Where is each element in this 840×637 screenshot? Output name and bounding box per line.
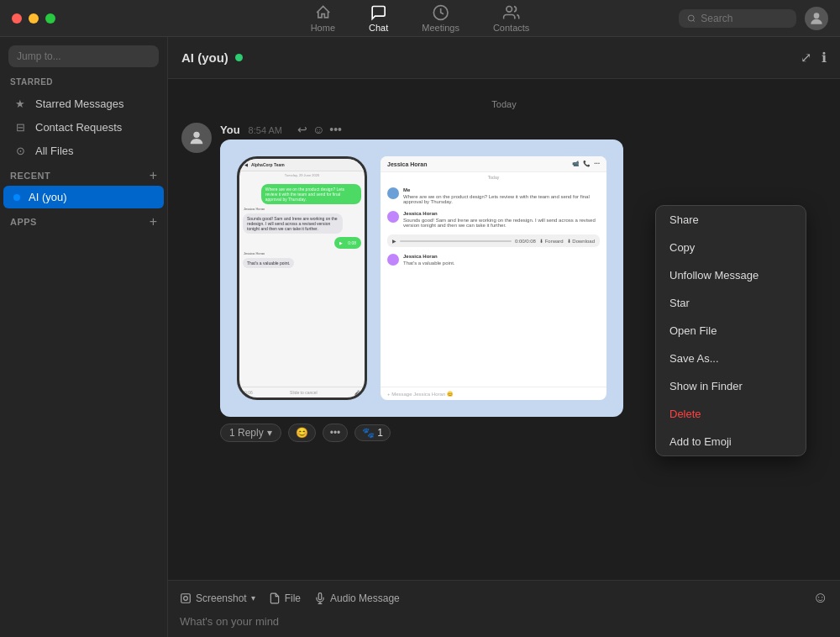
tab-home[interactable]: Home [294,1,352,36]
phone-voice-msg: ▶0:08 [334,237,361,249]
desktop-msg-text-1: Where are we on the product design? Lets… [403,194,600,204]
sidebar-item-starred-messages[interactable]: ★ Starred Messages [3,92,164,115]
minimize-button[interactable] [29,13,39,24]
phone-msg-received-1: Sounds good! Sam and Irene are working o… [243,213,343,234]
chat-title: AI (you) [181,50,243,65]
desktop-preview: Jessica Horan 📹📞⋯ Today Me [381,156,606,400]
star-icon: ★ [13,97,27,110]
phone-sender-label: Jessica Horan [239,206,365,212]
more-actions-button[interactable]: ••• [323,424,349,442]
search-input[interactable] [701,13,788,24]
phone-messages: Where are we on the product design? Lets… [239,179,365,387]
context-menu-unfollow[interactable]: Unfollow Message [656,261,806,289]
sidebar: STARRED ★ Starred Messages ⊟ Contact Req… [0,37,168,637]
info-icon[interactable]: ℹ [822,50,827,66]
desktop-msg-text-2: Sounds good! Sam and Irene are working o… [403,218,600,228]
desktop-messages: Me Where are we on the product design? L… [381,182,606,387]
nav-tabs: Home Chat Meetings Contacts [294,1,547,36]
file-button[interactable]: File [269,592,301,604]
svg-point-1 [507,6,512,12]
message-time: 8:54 AM [249,125,282,135]
context-menu-copy[interactable]: Copy [656,234,806,261]
desktop-msg-text-4: That's a valuable point. [403,261,600,266]
sidebar-item-all-files[interactable]: ⊙ All Files [3,139,164,162]
tab-meetings[interactable]: Meetings [405,1,476,36]
context-menu-show-finder[interactable]: Show in Finder [656,372,806,400]
context-menu-save-as[interactable]: Save As... [656,345,806,372]
reply-button[interactable]: 1 Reply ▾ [220,424,281,442]
phone-sender-label-2: Jessica Horan [239,250,365,256]
context-menu-star[interactable]: Star [656,289,806,317]
desktop-jessica-avatar-2 [387,254,399,266]
context-menu: Share Copy Unfollow Message Star Open Fi… [655,205,806,456]
message-sender: You [220,124,240,136]
chat-header-actions: ⤢ ℹ [801,50,827,66]
phone-mockup: ◀ AlphaCorp Team Tuesday, 29 June 2020 W… [237,156,367,400]
search-icon [687,13,696,24]
online-dot [13,194,20,201]
recent-add-button[interactable]: + [150,169,157,182]
sender-avatar [181,123,212,153]
apps-add-button[interactable]: + [150,215,157,229]
person-icon: ⊟ [13,120,27,134]
emoji-picker-button[interactable]: ☺ [813,589,828,607]
reply-icon[interactable]: ↩ [297,123,307,136]
home-icon [314,4,331,21]
desktop-msg-row-1: Me Where are we on the product design? L… [387,187,600,204]
starred-section-label: STARRED [0,77,167,92]
context-menu-delete[interactable]: Delete [656,400,806,428]
close-button[interactable] [12,13,22,24]
titlebar-right [679,7,840,30]
more-icon[interactable]: ••• [329,123,342,136]
tab-contacts[interactable]: Contacts [476,1,546,36]
apps-section-header: APPS + [0,208,167,232]
desktop-msg-sender-1: Me [403,187,600,192]
context-menu-add-emoji[interactable]: Add to Emoji [656,428,806,455]
titlebar: Home Chat Meetings Contacts [0,0,840,37]
main-layout: STARRED ★ Starred Messages ⊟ Contact Req… [0,37,840,637]
desktop-footer[interactable]: + Message Jessica Horan 😊 [381,387,606,400]
microphone-icon [314,592,326,604]
popout-icon[interactable]: ⤢ [801,50,811,66]
svg-point-3 [814,13,820,18]
context-menu-open-file[interactable]: Open File [656,317,806,345]
sidebar-item-ai-you[interactable]: AI (you) [3,186,164,208]
file-icon: ⊙ [13,144,27,157]
chat-input-toolbar: Screenshot ▾ File Audio Message ☺ [180,589,828,607]
screenshot-button[interactable]: Screenshot ▾ [180,592,255,604]
desktop-audio-msg: ▶ 0:00/0:08 ⬇ Forward ⬇ Download [387,234,600,247]
sidebar-item-contact-requests[interactable]: ⊟ Contact Requests [3,115,164,139]
emoji-react-button[interactable]: 😊 [288,424,316,442]
desktop-msg-sender-4: Jessica Horan [403,254,600,259]
recent-label: RECENT [10,171,50,181]
context-menu-share[interactable]: Share [656,206,806,234]
phone-screen: ◀ AlphaCorp Team Tuesday, 29 June 2020 W… [239,159,365,397]
meetings-icon [433,4,449,21]
file-attach-icon [269,592,281,604]
apps-label: APPS [10,217,37,227]
desktop-me-avatar [387,187,399,199]
maximize-button[interactable] [45,13,55,24]
search-bar[interactable] [679,9,796,28]
chat-input-area: Screenshot ▾ File Audio Message ☺ [168,580,840,637]
chat-header: AI (you) ⤢ ℹ [168,37,840,79]
chat-area: AI (you) ⤢ ℹ Today You 8:5 [168,37,840,637]
chat-input[interactable] [180,615,828,628]
emoji-reaction-badge[interactable]: 🐾 1 [354,424,391,441]
avatar-silhouette [187,129,206,147]
avatar[interactable] [805,7,828,30]
audio-message-button[interactable]: Audio Message [314,592,400,604]
svg-point-6 [184,596,188,600]
svg-point-4 [193,132,199,138]
screenshot-preview: ◀ AlphaCorp Team Tuesday, 29 June 2020 W… [220,140,623,417]
jump-to-field[interactable] [8,45,159,67]
emoji-icon[interactable]: ☺ [312,123,324,136]
phone-msg-sent-1: Where are we on the product design? Lets… [261,184,361,204]
date-divider: Today [181,99,827,109]
tab-chat[interactable]: Chat [352,1,405,36]
desktop-msg-content-1: Me Where are we on the product design? L… [403,187,600,204]
jump-to-input[interactable] [8,45,159,67]
chat-icon [370,4,387,21]
phone-date: Tuesday, 29 June 2020 [239,171,365,179]
desktop-msg-row-2: Jessica Horan Sounds good! Sam and Irene… [387,211,600,228]
